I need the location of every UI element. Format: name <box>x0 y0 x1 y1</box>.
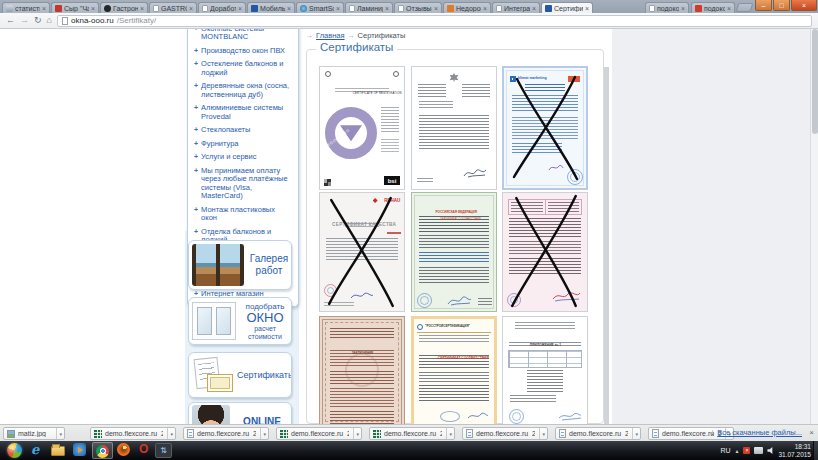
browser-tab[interactable]: подоконник× <box>691 2 735 13</box>
language-indicator[interactable]: RU <box>720 447 730 454</box>
download-item[interactable]: matiz.jpg▾ <box>3 427 65 440</box>
browser-tab[interactable]: Гастроном С× <box>100 2 148 13</box>
browser-tab[interactable]: Сыр "Чанах"× <box>51 2 99 13</box>
tab-close-icon[interactable]: × <box>681 5 685 12</box>
certificate-thumbnail-rehau[interactable]: REHAU СЕРТИФИКАТ КАЧЕСТВА <box>319 192 405 312</box>
browser-tab[interactable]: Недорогие× <box>443 2 491 13</box>
internet-explorer-icon[interactable]: e <box>31 442 39 457</box>
start-button[interactable] <box>7 443 22 458</box>
seal-icon <box>325 71 331 77</box>
sidebar-item-furniture[interactable]: +Фурнитура <box>192 137 294 151</box>
registered-seal-icon: REGISTERED <box>325 107 377 159</box>
stamp-icon <box>567 169 583 185</box>
tab-close-icon[interactable]: × <box>483 5 487 12</box>
sidebar-item-balcony-glazing[interactable]: +Остекление балконов и лоджий <box>192 58 294 80</box>
home-icon[interactable]: ⌂ <box>47 16 52 25</box>
browser-tab[interactable]: Отзывы× <box>394 2 442 13</box>
tab-close-icon[interactable]: × <box>42 5 46 12</box>
browser-scrollbar[interactable] <box>810 29 818 424</box>
certificate-thumbnail-kbe[interactable]: klimat marketing <box>502 66 588 190</box>
window-minimize-button[interactable]: – <box>755 0 772 11</box>
certificate-thumbnail-attachment[interactable]: ПРИЛОЖЕНИЕ № 1 <box>502 316 588 424</box>
firefox-icon[interactable] <box>117 443 130 456</box>
tab-close-icon[interactable]: × <box>532 5 536 12</box>
opera-icon[interactable]: O <box>139 442 148 456</box>
download-item[interactable]: demo.flexcore.ru_2...html▾ <box>183 427 269 440</box>
download-item[interactable]: demo.flexcore.ru_29....csv▾ <box>276 427 362 440</box>
downloads-bar-close-icon[interactable]: × <box>809 428 814 437</box>
show-all-downloads-link[interactable]: ↓ Все скачанные файлы... <box>710 428 802 437</box>
browser-tab[interactable]: Мобильный× <box>247 2 295 13</box>
certificate-thumbnail-conformity-green[interactable]: РОССИЙСКАЯ ФЕДЕРАЦИЯ СЕРТИФИКАТ СООТВЕТС… <box>411 192 497 312</box>
certificates-widget[interactable]: Сертификаты <box>188 352 292 398</box>
sidebar-item-montblanc[interactable]: +Оконные системы MONTBLANC <box>192 29 294 44</box>
tab-close-icon[interactable]: × <box>385 5 389 12</box>
sidebar-item-aluminium[interactable]: +Алюминиевые системы Provedal <box>192 102 294 124</box>
show-desktop-button[interactable] <box>813 441 818 460</box>
certificate-thumbnail-bsi[interactable]: CERTIFICATE OF REGISTRATION REGISTERED b… <box>319 66 405 190</box>
browser-tab[interactable]: Доработки× <box>198 2 246 13</box>
certificate-thumbnail-pink[interactable] <box>502 192 588 312</box>
sidebar-item-pvc-windows[interactable]: +Производство окон ПВХ <box>192 44 294 58</box>
chevron-down-icon[interactable]: ▾ <box>260 428 266 439</box>
certificate-thumbnail-letter[interactable] <box>411 66 497 190</box>
browser-tab[interactable]: Интеграции× <box>492 2 540 13</box>
chevron-down-icon[interactable]: ▾ <box>353 428 359 439</box>
window-maximize-button[interactable]: □ <box>773 0 790 11</box>
browser-tab[interactable]: GASTRONOM× <box>149 2 197 13</box>
content-scrollbar[interactable] <box>604 67 609 424</box>
tab-close-icon[interactable]: × <box>336 5 340 12</box>
sidebar-item-services[interactable]: +Услуги и сервис <box>192 151 294 165</box>
tab-close-icon[interactable]: × <box>287 5 291 12</box>
window-calculator-widget[interactable]: подобрать ОКНО расчет стоимости <box>188 297 292 345</box>
windows-explorer-icon[interactable] <box>51 446 65 456</box>
speaker-icon[interactable] <box>767 447 774 454</box>
chrome-taskbar-button[interactable] <box>92 442 113 459</box>
browser-tab[interactable]: Ламинирован× <box>345 2 393 13</box>
breadcrumb-home-link[interactable]: Главная <box>316 31 345 40</box>
sidebar-item-wooden-windows[interactable]: +Деревянные окна (сосна, лиственница дуб… <box>192 80 294 102</box>
chevron-down-icon[interactable]: ▾ <box>446 428 452 439</box>
media-player-icon[interactable] <box>73 443 86 456</box>
sidebar-item-glass-units[interactable]: +Стеклопакеты <box>192 124 294 138</box>
text-lines <box>330 350 394 368</box>
tab-close-icon[interactable]: × <box>434 5 438 12</box>
back-icon[interactable]: ← <box>6 16 15 25</box>
window-close-button[interactable]: × <box>791 0 817 11</box>
chevron-down-icon[interactable]: ▾ <box>539 428 545 439</box>
browser-tab[interactable]: статистика× <box>2 2 50 13</box>
reload-icon[interactable]: ↻ <box>34 16 42 25</box>
tab-close-icon[interactable]: × <box>140 5 144 12</box>
new-tab-button[interactable] <box>736 3 754 12</box>
download-item[interactable]: demo.flexcore.ru_2...html▾ <box>462 427 548 440</box>
download-item[interactable]: demo.flexcore.ru_2...html▾ <box>555 427 641 440</box>
forward-icon[interactable]: → <box>20 16 29 25</box>
browser-tab[interactable]: подоконник× <box>645 2 689 13</box>
text-lines <box>418 84 446 98</box>
gallery-widget[interactable]: Галереяработ <box>188 240 292 290</box>
address-bar[interactable]: okna-ooo.ru/Sertifikaty/ <box>57 15 812 27</box>
browser-tab-active[interactable]: Сертификаты× <box>541 2 593 13</box>
tab-close-icon[interactable]: × <box>238 5 242 12</box>
network-icon[interactable] <box>754 447 763 454</box>
chevron-down-icon[interactable]: ▾ <box>632 428 638 439</box>
action-center-icon[interactable]: × <box>743 447 750 454</box>
tab-close-icon[interactable]: × <box>585 5 589 12</box>
tab-close-icon[interactable]: × <box>91 5 95 12</box>
sidebar-item-installation[interactable]: +Монтаж пластиковых окон <box>192 203 294 225</box>
sidebar-item-payment[interactable]: +Мы принимаем оплату через любые платёжн… <box>192 164 294 203</box>
download-item[interactable]: demo.flexcore.ru_29....csv▾ <box>369 427 455 440</box>
browser-tab[interactable]: SmartSolutio× <box>296 2 344 13</box>
online-consultant-widget[interactable]: ONLINE <box>188 402 292 424</box>
download-item[interactable]: demo.flexcore.ru_29....csv▾ <box>90 427 176 440</box>
scrollbar-thumb[interactable] <box>812 29 818 134</box>
certificate-thumbnail-sanitary[interactable]: ЗАКЛЮЧЕНИЕ <box>319 316 405 424</box>
clock[interactable]: 18:31 31.07.2015 <box>778 443 811 458</box>
chevron-down-icon[interactable]: ▾ <box>167 428 173 439</box>
hidden-icons-arrow[interactable]: ▲ <box>735 448 740 454</box>
chevron-down-icon[interactable]: ▾ <box>56 428 62 439</box>
certificate-thumbnail-rosstroy[interactable]: "РОССТРОЙСЕРТИФИКАЦИЯ" СЕРТИФИКАТ СООТВЕ… <box>411 316 497 424</box>
file-transfer-icon[interactable]: ⇅ <box>155 443 172 458</box>
tab-close-icon[interactable]: × <box>189 5 193 12</box>
tab-close-icon[interactable]: × <box>727 5 731 12</box>
